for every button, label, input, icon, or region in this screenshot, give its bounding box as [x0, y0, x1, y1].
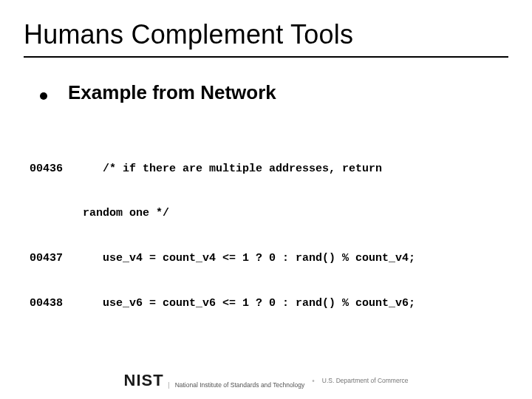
code-line: random one */ [30, 206, 514, 221]
code-line: 00436 /* if there are multiple addresses… [30, 162, 514, 177]
bullet-item: Example from Network [40, 81, 502, 104]
slide: Humans Complement Tools Example from Net… [0, 0, 532, 399]
footer-department: U.S. Department of Commerce [322, 377, 409, 384]
nist-logo-text: NIST [124, 372, 164, 389]
nist-logo: NIST National Institute of Standards and… [124, 372, 305, 389]
slide-title: Humans Complement Tools [24, 19, 508, 50]
footer-separator-icon: • [312, 377, 315, 385]
bullet-text: Example from Network [68, 81, 276, 104]
code-line: 00437 use_v4 = count_v4 <= 1 ? 0 : rand(… [30, 251, 514, 266]
nist-org-name: National Institute of Standards and Tech… [168, 382, 305, 389]
code-block: 00436 /* if there are multiple addresses… [30, 132, 514, 341]
footer: NIST National Institute of Standards and… [0, 372, 532, 389]
title-underline [24, 56, 508, 58]
bullet-dot-icon [40, 92, 47, 100]
code-line: 00438 use_v6 = count_v6 <= 1 ? 0 : rand(… [30, 296, 514, 311]
